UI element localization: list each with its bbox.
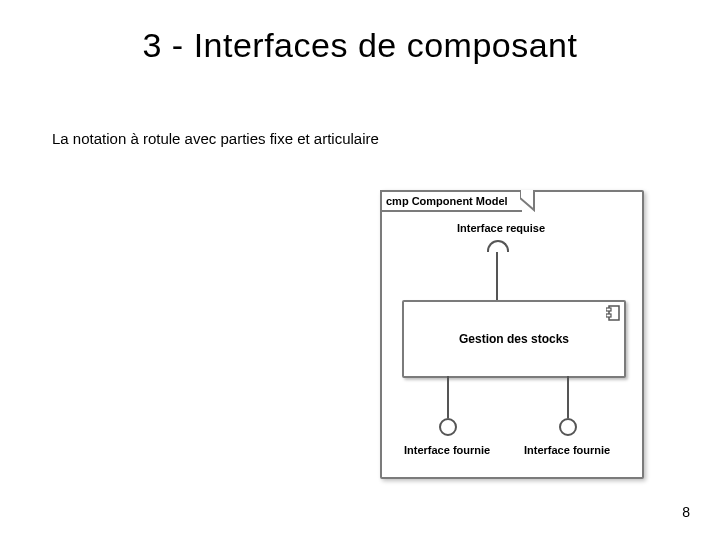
provided-interface-right-ball-icon: [559, 418, 577, 436]
slide: 3 - Interfaces de composant La notation …: [0, 0, 720, 540]
component-label: Gestion des stocks: [404, 332, 624, 346]
slide-subtitle: La notation à rotule avec parties fixe e…: [52, 130, 379, 147]
provided-interface-right-label: Interface fournie: [524, 444, 610, 456]
provided-interface-left-connector: [447, 376, 449, 418]
required-interface-label: Interface requise: [457, 222, 545, 234]
page-number: 8: [682, 504, 690, 520]
required-interface-socket-icon: [487, 240, 509, 252]
svg-rect-1: [606, 308, 611, 311]
svg-rect-2: [606, 314, 611, 317]
slide-title: 3 - Interfaces de composant: [0, 26, 720, 65]
diagram-frame-label: cmp Component Model: [380, 190, 522, 212]
provided-interface-left-ball-icon: [439, 418, 457, 436]
component-box: Gestion des stocks: [402, 300, 626, 378]
frame-tab-corner-icon: [520, 190, 534, 210]
uml-diagram-frame: cmp Component Model Interface requise Ge…: [380, 190, 644, 479]
provided-interface-right-connector: [567, 376, 569, 418]
provided-interface-left-label: Interface fournie: [404, 444, 490, 456]
component-icon: [606, 305, 620, 325]
required-interface-connector: [496, 252, 498, 300]
